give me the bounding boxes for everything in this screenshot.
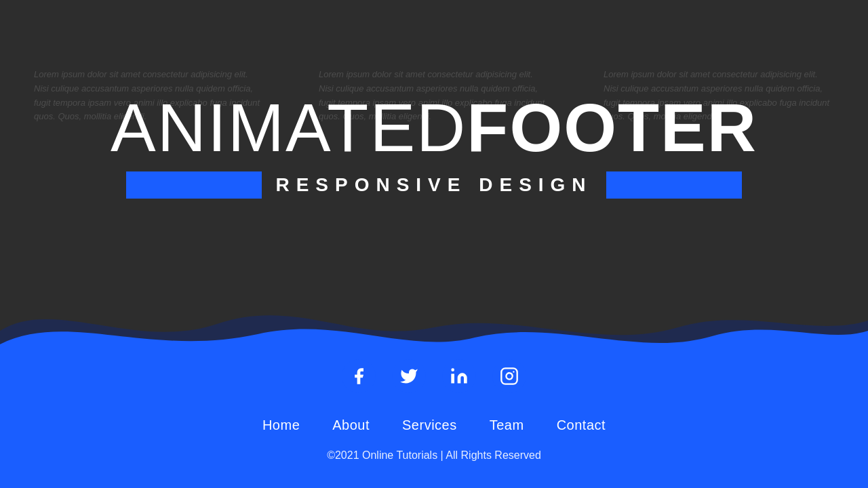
facebook-icon[interactable] [342,359,376,393]
nav-home[interactable]: Home [262,418,300,433]
blue-line-right [606,171,742,199]
linkedin-icon[interactable] [442,359,476,393]
main-heading: ANIMATEDFOOTER [111,94,757,161]
footer-content: Home About Services Team Contact ©2021 O… [0,291,868,488]
nav-about[interactable]: About [332,418,370,433]
twitter-icon[interactable] [392,359,426,393]
blue-line-left [126,171,262,199]
footer-nav: Home About Services Team Contact [262,418,606,433]
social-icons-row [342,359,526,393]
heading-container: ANIMATEDFOOTER [111,94,757,161]
nav-contact[interactable]: Contact [557,418,606,433]
svg-rect-2 [501,368,517,384]
svg-point-1 [451,368,454,371]
subtitle-text: RESPONSIVE DESIGN [262,174,606,196]
main-section: Lorem ipsum dolor sit amet consectetur a… [0,0,868,291]
footer-wrapper: Home About Services Team Contact ©2021 O… [0,291,868,488]
copyright-text: ©2021 Online Tutorials | All Rights Rese… [327,449,541,462]
heading-part1: ANIMATED [111,89,467,165]
nav-services[interactable]: Services [402,418,457,433]
subtitle-container: RESPONSIVE DESIGN [126,171,741,199]
heading-part2: FOOTER [467,89,757,165]
nav-team[interactable]: Team [490,418,524,433]
instagram-icon[interactable] [492,359,526,393]
